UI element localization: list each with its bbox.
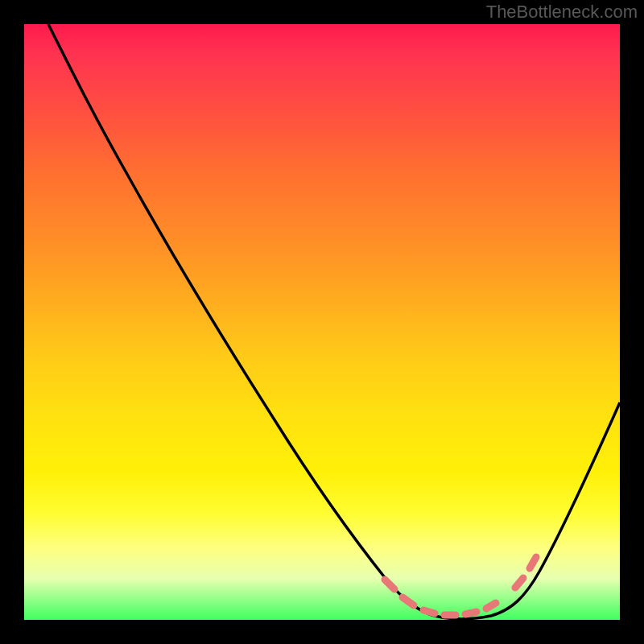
chart-svg (24, 24, 620, 620)
bottleneck-curve (48, 24, 620, 619)
svg-line-2 (423, 610, 435, 613)
chart-plot-area (24, 24, 620, 620)
watermark-text: TheBottleneck.com (486, 2, 638, 23)
svg-line-1 (402, 597, 414, 605)
svg-line-5 (486, 603, 496, 609)
svg-line-6 (515, 578, 523, 588)
svg-line-7 (530, 557, 536, 568)
svg-line-0 (385, 580, 394, 589)
svg-line-4 (465, 612, 477, 614)
